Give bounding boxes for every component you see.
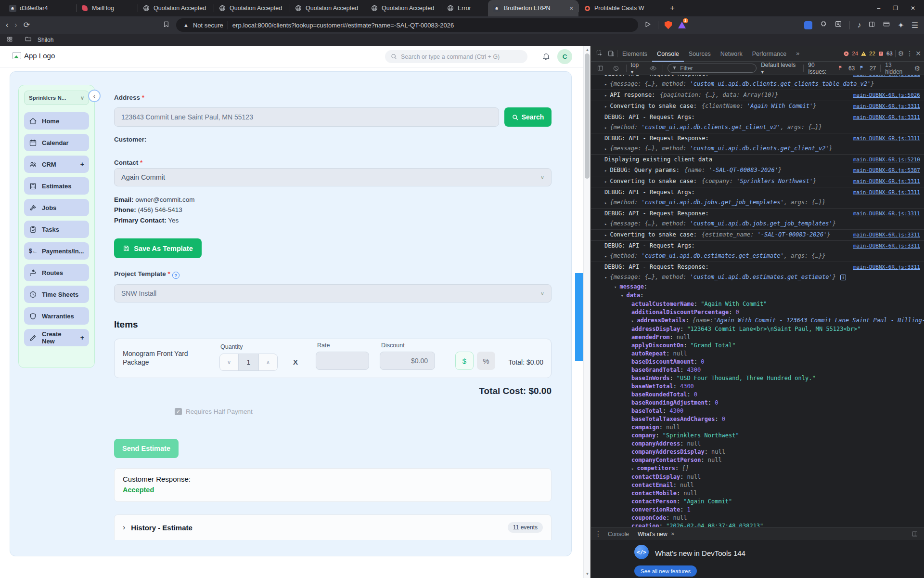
console-log-row[interactable]: DEBUG: API - Request Args:main-DUBNX-6R.… [591, 112, 924, 122]
extensions-puzzle-icon[interactable] [820, 20, 827, 30]
console-log-row[interactable]: DEBUG: API - Request Response:main-DUBNX… [591, 75, 924, 79]
plus-icon[interactable]: + [80, 334, 84, 342]
console-property-row[interactable]: amendedFrom:null [591, 333, 924, 342]
discount-input[interactable]: $0.00 [380, 352, 435, 370]
sidebar-item-create-new[interactable]: Create New+ [24, 329, 89, 346]
console-property-row[interactable]: contactEmail:null [591, 481, 924, 489]
console-property-row[interactable]: companyAddressDisplay:null [591, 448, 924, 456]
drawer-more-icon[interactable]: ⋮ [595, 530, 602, 538]
devtools-settings-gear-icon[interactable]: ⚙ [898, 50, 904, 57]
browser-tab[interactable]: Quotation Accepted [138, 0, 214, 16]
dock-side-icon[interactable] [909, 530, 920, 538]
app-scrollbar-thumb[interactable] [575, 273, 583, 361]
media-note-icon[interactable]: ♪ [857, 21, 861, 29]
window-maximize-button[interactable]: ❐ [893, 5, 898, 12]
half-payment-checkbox[interactable]: ✓ [175, 408, 182, 415]
address-search-button[interactable]: Search [504, 107, 552, 127]
console-log-row[interactable]: ▸{method: 'custom_ui.api.db.estimates.ge… [591, 251, 924, 262]
console-filter-input[interactable]: Filter [667, 64, 757, 73]
sidebar-item-tasks[interactable]: Tasks [24, 221, 89, 238]
warning-count-icon[interactable] [860, 51, 867, 57]
console-property-row[interactable]: ▸competitors:[] [591, 464, 924, 473]
issues-summary[interactable]: 90 Issues: [808, 62, 834, 75]
browser-tab[interactable]: Quotation Accepted [366, 0, 442, 16]
search-box-icon[interactable] [834, 20, 842, 30]
devtools-close-icon[interactable]: ✕ [915, 50, 921, 57]
password-manager-icon[interactable] [804, 21, 812, 29]
tab-close-icon[interactable]: ✕ [567, 5, 574, 12]
history-accordion[interactable]: › History - Estimate 11 events [114, 514, 552, 540]
console-log-row[interactable]: ▸{method: 'custom_ui.api.db.clients.get_… [591, 122, 924, 133]
plus-icon[interactable]: + [80, 160, 84, 168]
browser-tab[interactable]: Quotation Accepted [290, 0, 366, 16]
browser-tab[interactable]: Profitable Casts W [578, 0, 663, 16]
window-close-button[interactable]: ✕ [911, 5, 915, 12]
console-property-row[interactable]: ▾message: [591, 283, 924, 291]
quantity-decrement-button[interactable]: ∨ [220, 354, 238, 370]
send-estimate-button[interactable]: Send Estimate [114, 439, 179, 458]
console-property-row[interactable]: baseTotal:4300 [591, 407, 924, 415]
console-context-selector[interactable]: top ▾ [631, 62, 643, 75]
console-property-row[interactable]: additionalDiscountPercentage:0 [591, 308, 924, 316]
security-label[interactable]: Not secure [193, 22, 223, 29]
scroll-up-arrow[interactable]: ▲ [584, 48, 590, 52]
console-log-row[interactable]: ▸{method: 'custom_ui.api.db.jobs.get_job… [591, 197, 924, 208]
sidebar-item-payments-in[interactable]: $←Payments/In... [24, 242, 89, 260]
clear-console-icon[interactable] [610, 65, 621, 72]
console-log-row[interactable]: ▸{message: {…}, method: 'custom_ui.api.d… [591, 219, 924, 229]
console-property-row[interactable]: baseInWords:"USD Four Thousand, Three Hu… [591, 374, 924, 382]
console-property-row[interactable]: applyDiscountOn:"Grand Total" [591, 342, 924, 350]
console-log-row[interactable]: ▸{message: {…}, method: 'custom_ui.api.d… [591, 79, 924, 90]
console-log-row[interactable]: DEBUG: API - Request Args:main-DUBNX-6R.… [591, 187, 924, 197]
sidebar-toggle-icon[interactable] [868, 21, 875, 30]
browser-tab[interactable]: eBrotherton ERPN✕ [488, 0, 578, 16]
devtools-tab-sources[interactable]: Sources [684, 46, 716, 62]
console-log-row[interactable]: ▸Converting to snake case:{clientName: '… [591, 101, 924, 112]
sidebar-item-warranties[interactable]: Warranties [24, 307, 89, 325]
menu-icon[interactable]: ☰ [911, 21, 918, 30]
console-property-row[interactable]: contactDisplay:null [591, 473, 924, 481]
browser-tab[interactable]: ed3i9ei0ar4 [4, 0, 76, 16]
devtools-tab-network[interactable]: Network [716, 46, 747, 62]
console-property-row[interactable]: baseTotalTaxesAndCharges:0 [591, 415, 924, 423]
console-log-row[interactable]: DEBUG: API - Request Response:main-DUBNX… [591, 133, 924, 144]
error-count-icon[interactable] [843, 51, 849, 57]
browser-tab[interactable]: MailHog [76, 0, 138, 16]
drawer-tab-console[interactable]: Console [603, 527, 633, 540]
console-log-row[interactable]: ▸{message: {…}, method: 'custom_ui.api.d… [591, 144, 924, 154]
console-property-row[interactable]: baseGrandTotal:4300 [591, 366, 924, 374]
console-log-row[interactable]: ▸Converting to snake case:{company: 'Spr… [591, 176, 924, 187]
reload-button[interactable]: ⟳ [24, 21, 30, 29]
sidebar-item-crm[interactable]: CRM+ [24, 156, 89, 173]
quantity-increment-button[interactable]: ∧ [259, 354, 277, 370]
console-log-row[interactable]: DEBUG: API - Request Response:main-DUBNX… [591, 208, 924, 219]
share-icon[interactable] [644, 21, 652, 30]
console-property-row[interactable]: baseNetTotal:4300 [591, 382, 924, 391]
sidebar-item-calendar[interactable]: Calendar [24, 134, 89, 151]
drawer-tab-close-icon[interactable]: ✕ [671, 531, 675, 537]
discount-percent-toggle[interactable]: % [477, 352, 495, 370]
devtools-tab-elements[interactable]: Elements [617, 46, 652, 62]
console-settings-gear-icon[interactable]: ⚙ [914, 65, 920, 72]
sidebar-item-estimates[interactable]: Estimates [24, 177, 89, 195]
console-property-row[interactable]: companyAddress:null [591, 440, 924, 448]
console-log-row[interactable]: DEBUG: API - Request Response:main-DUBNX… [591, 262, 924, 272]
window-minimize-button[interactable]: – [877, 5, 880, 12]
console-property-row[interactable]: company:"Sprinklers Northwest" [591, 432, 924, 440]
device-toolbar-icon[interactable] [605, 50, 617, 57]
console-property-row[interactable]: actualCustomerName:"Again With Commit" [591, 300, 924, 308]
console-property-row[interactable]: baseRoundedTotal:0 [591, 391, 924, 399]
extension-badge-icon[interactable]: 1 [678, 22, 686, 28]
console-property-row[interactable]: contactMobile:null [591, 489, 924, 498]
hidden-messages-count[interactable]: 13 hidden [885, 62, 910, 75]
notifications-bell-icon[interactable] [542, 52, 551, 63]
console-property-row[interactable]: autoRepeat:null [591, 350, 924, 358]
console-sidebar-toggle-icon[interactable] [595, 65, 606, 72]
help-icon[interactable]: ? [172, 272, 180, 279]
console-property-row[interactable]: baseRoundingAdjustment:0 [591, 399, 924, 407]
sidebar-item-home[interactable]: Home [24, 112, 89, 130]
console-property-row[interactable]: campaign:null [591, 423, 924, 432]
project-template-select[interactable]: SNW Install∨ [114, 284, 552, 302]
company-selector[interactable]: Sprinklers N... ∨ [24, 91, 89, 105]
rate-input[interactable] [316, 352, 369, 370]
